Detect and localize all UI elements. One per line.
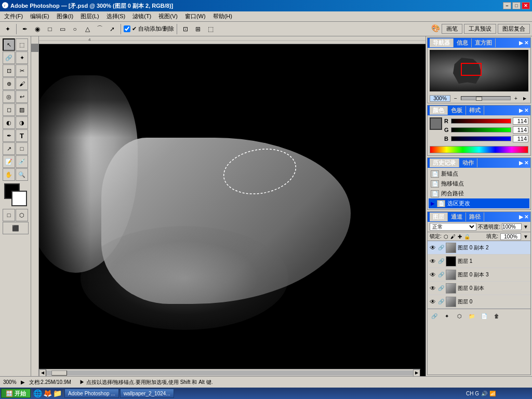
clone-tool[interactable]: ◎ xyxy=(3,90,15,103)
toolbar-lasso[interactable]: ◉ xyxy=(32,23,43,35)
zoom-in-btn[interactable]: + xyxy=(512,95,520,102)
nav-close-btn[interactable]: ✕ xyxy=(524,40,528,46)
heal-tool[interactable]: ⊕ xyxy=(3,77,15,90)
color-spectrum-bar[interactable] xyxy=(430,146,528,153)
text-tool[interactable]: T xyxy=(16,129,28,142)
taskbar-ie-icon[interactable]: 🌐 xyxy=(33,389,42,397)
layer-chain-2[interactable]: 🔗 xyxy=(438,272,444,278)
history-tab[interactable]: 历史记录 xyxy=(430,158,459,167)
taskbar-fox-icon[interactable]: 🦊 xyxy=(43,389,52,397)
lock-paint-icon[interactable]: 🖌 xyxy=(450,234,456,240)
close-button[interactable]: ✕ xyxy=(522,2,530,9)
taskbar-folder-icon[interactable]: 📁 xyxy=(53,389,62,397)
auto-add-check[interactable] xyxy=(124,25,130,32)
layer-item-1[interactable]: 👁 🔗 图层 1 xyxy=(428,255,530,268)
layer-item-0[interactable]: 👁 🔗 图层 0 副本 2 xyxy=(428,241,530,255)
layer-eye-4[interactable]: 👁 xyxy=(429,298,436,305)
g-slider[interactable] xyxy=(451,127,511,132)
eraser-tool[interactable]: ◻ xyxy=(3,103,15,116)
menu-filter[interactable]: 滤镜(T) xyxy=(129,12,154,21)
menu-window[interactable]: 窗口(W) xyxy=(182,12,209,21)
hand-tool[interactable]: ✋ xyxy=(3,168,15,181)
b-slider[interactable] xyxy=(451,136,511,141)
layer-item-2[interactable]: 👁 🔗 图层 0 副本 3 xyxy=(428,268,530,282)
screen-mode-btn[interactable]: ⬛ xyxy=(3,222,29,234)
opacity-input[interactable] xyxy=(502,223,522,230)
histogram-tab[interactable]: 直方图 xyxy=(472,38,496,47)
toolbar-path[interactable]: ⌒ xyxy=(94,23,105,35)
r-slider[interactable] xyxy=(451,118,511,124)
layer-eye-1[interactable]: 👁 xyxy=(429,258,436,265)
blur-tool[interactable]: ◐ xyxy=(3,116,15,129)
layer-chain-0[interactable]: 🔗 xyxy=(438,245,444,251)
navigator-tab[interactable]: 导航器 xyxy=(430,38,454,47)
color-close-btn[interactable]: ✕ xyxy=(524,108,528,113)
dodge-tool[interactable]: ◑ xyxy=(16,116,28,129)
menu-select[interactable]: 选择(S) xyxy=(103,12,129,21)
tray-sound-icon[interactable]: 🔊 xyxy=(481,391,487,396)
start-button[interactable]: 🪟 开始 xyxy=(1,389,31,398)
standard-mode[interactable]: □ xyxy=(3,209,15,221)
toolbar-rect[interactable]: □ xyxy=(44,23,56,35)
toolbar-btn-a[interactable]: ⊡ xyxy=(180,23,191,35)
magic-wand[interactable]: ✦ xyxy=(16,51,28,64)
pen-tool[interactable]: ✒ xyxy=(3,129,15,142)
channels-tab[interactable]: 通道 xyxy=(448,212,466,221)
menu-file[interactable]: 文件(F) xyxy=(1,12,26,21)
canvas-viewport[interactable]: ◀ ▶ xyxy=(39,44,425,376)
layer-eye-0[interactable]: 👁 xyxy=(429,244,436,251)
toolbar-btn-c[interactable]: ⬚ xyxy=(205,23,216,35)
history-close-btn[interactable]: ✕ xyxy=(524,160,528,166)
eyedropper[interactable]: 💉 xyxy=(16,155,28,168)
color-picker[interactable] xyxy=(4,183,27,206)
toolbar-polygon[interactable]: △ xyxy=(82,23,93,35)
marquee-tool[interactable]: ⬚ xyxy=(16,38,28,51)
history-brush[interactable]: ↩ xyxy=(16,90,28,103)
toolbar-btn-b[interactable]: ⊞ xyxy=(192,23,204,35)
color-tab[interactable]: 颜色 xyxy=(430,106,448,115)
gradient-tool[interactable]: ▨ xyxy=(16,103,28,116)
history-item-1[interactable]: 📄 拖移锚点 xyxy=(429,179,529,189)
crop-tool[interactable]: ⊡ xyxy=(3,64,15,77)
history-item-0[interactable]: 📄 新锚点 xyxy=(429,169,529,179)
delete-layer-btn[interactable]: 🗑 xyxy=(491,310,502,322)
scroll-h-track[interactable] xyxy=(46,370,413,376)
new-group-btn[interactable]: 📁 xyxy=(466,310,477,322)
link-layers-btn[interactable]: 🔗 xyxy=(429,310,440,322)
toolbar-ellipse[interactable]: ○ xyxy=(69,23,81,35)
layer-chain-4[interactable]: 🔗 xyxy=(438,299,444,305)
nav-menu-btn[interactable]: ▶ xyxy=(521,95,528,102)
toolbar-arrow[interactable]: ➚ xyxy=(107,23,118,35)
lock-move-icon[interactable]: ✚ xyxy=(458,234,462,240)
tray-network-icon[interactable]: 📶 xyxy=(489,391,496,396)
zoom-slider[interactable] xyxy=(461,96,511,100)
blend-mode-select[interactable]: 正常 xyxy=(430,223,476,231)
color-fg-swatch[interactable] xyxy=(430,117,442,130)
layer-chain-1[interactable]: 🔗 xyxy=(438,258,444,264)
move-tool[interactable]: ↖ xyxy=(3,38,15,51)
layer-chain-3[interactable]: 🔗 xyxy=(438,285,444,291)
history-item-2[interactable]: 📄 闭合路径 xyxy=(429,189,529,198)
scroll-right-btn[interactable]: ▶ xyxy=(413,369,420,377)
toolbar-icon1[interactable]: ✦ xyxy=(2,23,14,35)
styles-tab[interactable]: 样式 xyxy=(466,106,484,115)
layers-tab[interactable]: 图层 xyxy=(430,212,448,221)
layer-item-3[interactable]: 👁 🔗 图层 0 副本 xyxy=(428,282,530,295)
layers-close-btn[interactable]: ✕ xyxy=(524,214,528,220)
layer-item-4[interactable]: 👁 🔗 图层 0 xyxy=(428,295,530,309)
toolbar-rect2[interactable]: ▭ xyxy=(57,23,68,35)
tool-presets-button[interactable]: 工具预设 xyxy=(464,24,496,34)
add-style-btn[interactable]: ✦ xyxy=(441,310,453,322)
toolbar-pen[interactable]: ✒ xyxy=(19,23,31,35)
palette-icon[interactable]: 🎨 xyxy=(431,24,440,34)
menu-image[interactable]: 图像(I) xyxy=(54,12,76,21)
paths-tab[interactable]: 路径 xyxy=(466,212,484,221)
menu-view[interactable]: 视图(V) xyxy=(155,12,181,21)
add-mask-btn[interactable]: ⬡ xyxy=(454,310,465,322)
notes-tool[interactable]: 📝 xyxy=(3,155,15,168)
brushes-button[interactable]: 画笔 xyxy=(442,24,462,34)
minimize-button[interactable]: − xyxy=(503,2,511,9)
scroll-left-btn[interactable]: ◀ xyxy=(39,369,46,377)
taskbar-wallpaper[interactable]: wallpaper_2_1024... xyxy=(120,389,174,398)
swatches-tab[interactable]: 色板 xyxy=(448,106,466,115)
